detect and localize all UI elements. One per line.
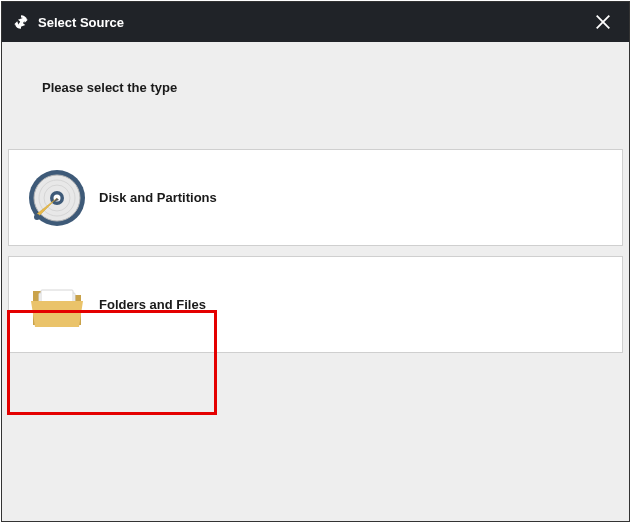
titlebar: Select Source bbox=[2, 2, 629, 42]
option-disk-partitions[interactable]: Disk and Partitions bbox=[8, 149, 623, 246]
select-source-dialog: Select Source Please select the type bbox=[1, 1, 630, 522]
close-button[interactable] bbox=[589, 8, 617, 36]
close-icon bbox=[594, 13, 612, 31]
instruction-text: Please select the type bbox=[2, 42, 629, 95]
svg-point-11 bbox=[34, 214, 40, 220]
options-list: Disk and Partitions Folders and Files bbox=[2, 149, 629, 353]
option-label: Disk and Partitions bbox=[99, 190, 217, 205]
dialog-content: Please select the type bbox=[2, 42, 629, 521]
option-folders-files[interactable]: Folders and Files bbox=[8, 256, 623, 353]
dialog-title: Select Source bbox=[38, 15, 589, 30]
app-sync-icon bbox=[12, 13, 30, 31]
folder-icon bbox=[27, 275, 87, 335]
option-label: Folders and Files bbox=[99, 297, 206, 312]
disk-icon bbox=[27, 168, 87, 228]
